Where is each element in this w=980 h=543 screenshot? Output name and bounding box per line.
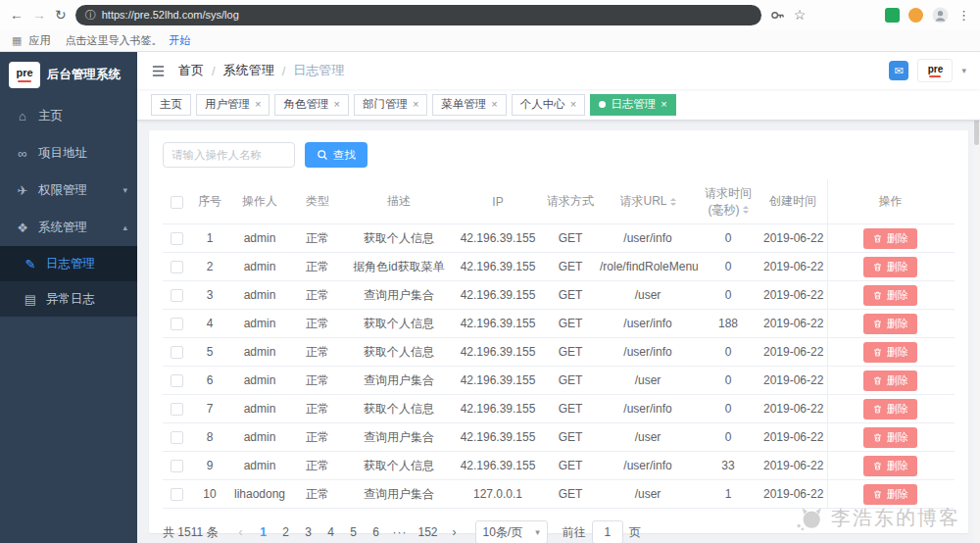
page-button-6[interactable]: 6 [366, 520, 385, 543]
close-icon[interactable]: × [570, 99, 576, 110]
extension-icon-orange[interactable] [908, 8, 923, 23]
cell-time: 1 [698, 487, 759, 501]
sidebar-item-project-url[interactable]: ∞ 项目地址 [0, 134, 137, 172]
delete-button[interactable]: 删除 [863, 484, 917, 505]
next-page-icon[interactable]: › [445, 520, 465, 543]
page-button-last[interactable]: 152 [414, 520, 441, 543]
key-icon[interactable] [770, 8, 785, 23]
sidebar-toggle-icon[interactable] [151, 64, 166, 78]
delete-button[interactable]: 删除 [863, 456, 917, 476]
sidebar-item-system[interactable]: ❖ 系统管理 ▴ [0, 209, 137, 246]
trash-icon [872, 233, 883, 244]
close-icon[interactable]: × [491, 99, 497, 110]
delete-button[interactable]: 删除 [863, 228, 917, 249]
sidebar-item-error-log[interactable]: ▤ 异常日志 [0, 281, 137, 317]
avatar[interactable]: pre [917, 59, 953, 82]
cell-description: 查询用户集合 [345, 486, 453, 503]
browser-menu-icon[interactable]: ⋮ [957, 8, 970, 23]
sidebar-item-log-management[interactable]: ✎ 日志管理 [0, 246, 137, 281]
cell-url: /user [598, 430, 698, 444]
cell-description: 获取个人信息 [345, 401, 453, 418]
delete-button[interactable]: 删除 [863, 399, 917, 420]
search-toolbar: 查找 [163, 142, 955, 168]
select-all-checkbox[interactable] [171, 196, 183, 209]
row-checkbox[interactable] [171, 403, 183, 416]
forward-icon[interactable]: → [32, 8, 46, 22]
breadcrumb-system[interactable]: 系统管理 [223, 62, 274, 79]
cell-operator: admin [229, 345, 290, 359]
apps-grid-icon[interactable]: ▦ [12, 34, 22, 47]
cell-url: /user/info [598, 231, 698, 245]
message-icon[interactable]: ✉ [889, 61, 908, 80]
close-icon[interactable]: × [661, 99, 666, 110]
jump-page-input[interactable] [592, 520, 623, 543]
tab-role-management[interactable]: 角色管理 × [274, 94, 348, 116]
tab-log-management[interactable]: 日志管理 × [590, 94, 675, 116]
cell-method: GET [543, 487, 598, 501]
row-checkbox[interactable] [171, 289, 183, 302]
tab-dept-management[interactable]: 部门管理 × [354, 94, 427, 116]
cell-type: 正常 [290, 458, 345, 474]
close-icon[interactable]: × [333, 99, 339, 110]
delete-button[interactable]: 删除 [863, 314, 917, 334]
cell-type: 正常 [290, 486, 345, 503]
sort-caret[interactable] [670, 195, 676, 209]
tab-home[interactable]: 主页 [151, 94, 191, 116]
navbar: 首页 / 系统管理 / 日志管理 ✉ pre ▾ [137, 52, 980, 89]
tab-menu-management[interactable]: 菜单管理 × [432, 94, 506, 116]
row-checkbox[interactable] [171, 460, 183, 472]
page-button-5[interactable]: 5 [343, 520, 363, 543]
sidebar-item-permission[interactable]: ✈ 权限管理 ▾ [0, 172, 137, 209]
cell-created: 2019-06-22 0 [759, 373, 827, 387]
search-button[interactable]: 查找 [305, 142, 368, 168]
start-import-link[interactable]: 开始 [169, 33, 190, 48]
apps-label[interactable]: 应用 [28, 33, 50, 48]
row-checkbox[interactable] [171, 346, 183, 359]
bookmark-star-icon[interactable]: ☆ [794, 7, 807, 23]
breadcrumb-home[interactable]: 首页 [178, 62, 204, 79]
delete-button[interactable]: 删除 [863, 285, 917, 306]
column-header-ip: IP [453, 195, 543, 209]
delete-button[interactable]: 删除 [863, 342, 917, 363]
cell-no: 9 [190, 459, 229, 472]
delete-button[interactable]: 删除 [863, 427, 917, 448]
window-scrollbar[interactable] [973, 52, 980, 543]
page-button-4[interactable]: 4 [320, 520, 340, 543]
menu-label: 日志管理 [46, 256, 95, 272]
search-input[interactable] [163, 142, 295, 168]
page-button-2[interactable]: 2 [275, 520, 295, 543]
sort-caret[interactable] [743, 203, 749, 217]
prev-page-icon[interactable]: ‹ [230, 520, 250, 543]
page-size-select[interactable]: 10条/页 ▾ [475, 520, 548, 543]
close-icon[interactable]: × [413, 99, 418, 110]
close-icon[interactable]: × [255, 99, 261, 110]
page-button-1[interactable]: 1 [253, 520, 272, 543]
tab-profile[interactable]: 个人中心 × [512, 94, 585, 116]
column-header-time: 请求时间 (毫秒) [698, 185, 759, 217]
cell-description: 据角色id获取菜单 [345, 259, 453, 275]
row-checkbox[interactable] [171, 318, 183, 330]
tab-label: 用户管理 [205, 97, 250, 112]
delete-button[interactable]: 删除 [863, 370, 917, 391]
cell-time: 0 [698, 402, 759, 416]
row-checkbox[interactable] [171, 232, 183, 245]
delete-button[interactable]: 删除 [863, 257, 917, 277]
sidebar-menu: ⌂ 主页 ∞ 项目地址 ✈ 权限管理 ▾ ❖ 系统管理 ▴ [0, 97, 137, 317]
trash-icon [872, 461, 883, 471]
reload-icon[interactable]: ↻ [55, 8, 67, 22]
row-checkbox[interactable] [171, 488, 183, 501]
page-button-3[interactable]: 3 [298, 520, 318, 543]
browser-toolbar: ← → ↻ ⓘ https://pre.52lhd.com/sys/log ☆ … [0, 0, 980, 29]
profile-icon[interactable] [932, 7, 949, 24]
row-checkbox[interactable] [171, 374, 183, 387]
site-info-icon[interactable]: ⓘ [85, 8, 96, 23]
more-pages-icon[interactable]: ··· [388, 520, 411, 543]
address-bar[interactable]: ⓘ https://pre.52lhd.com/sys/log [75, 5, 761, 25]
row-checkbox[interactable] [171, 261, 183, 273]
extension-icon-green[interactable] [885, 8, 900, 23]
tab-user-management[interactable]: 用户管理 × [196, 94, 270, 116]
row-checkbox[interactable] [171, 431, 183, 444]
back-icon[interactable]: ← [10, 8, 24, 22]
caret-down-icon[interactable]: ▾ [961, 66, 966, 75]
sidebar-item-home[interactable]: ⌂ 主页 [0, 97, 137, 134]
